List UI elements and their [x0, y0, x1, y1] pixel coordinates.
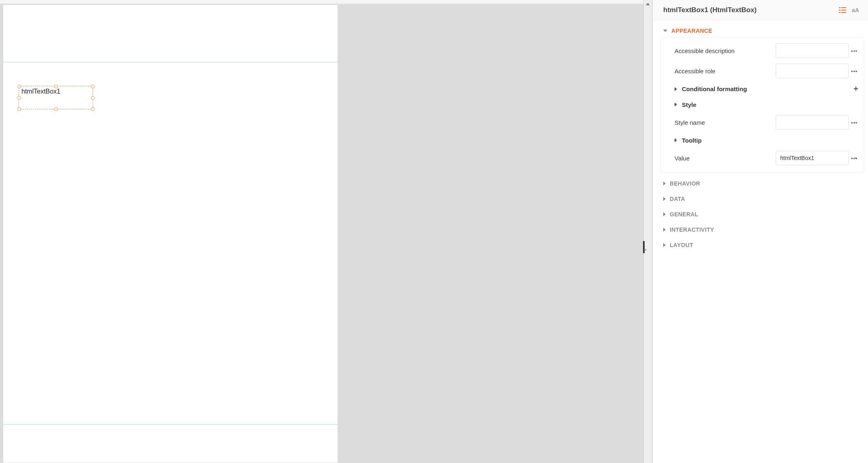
- prop-accessible-description-input[interactable]: [780, 47, 851, 54]
- chevron-down-icon: [663, 30, 667, 32]
- prop-value-label: Value: [675, 155, 776, 162]
- add-icon[interactable]: +: [853, 84, 858, 94]
- chevron-right-icon: [663, 212, 666, 216]
- design-canvas[interactable]: htmlTextBox1: [0, 0, 643, 463]
- chevron-right-icon: [663, 243, 666, 247]
- prop-accessible-role-label: Accessible role: [675, 68, 776, 75]
- resize-handle-e[interactable]: [91, 96, 95, 100]
- section-interactivity-header[interactable]: INTERACTIVITY: [661, 222, 864, 237]
- splitter-collapse-handle[interactable]: [643, 241, 645, 253]
- prop-style-name-input[interactable]: [780, 119, 851, 126]
- section-general-title: GENERAL: [670, 211, 698, 218]
- prop-accessible-role-input-wrap: •••: [776, 64, 849, 78]
- section-interactivity-title: INTERACTIVITY: [670, 226, 714, 233]
- alphabetical-view-icon[interactable]: aA: [850, 5, 861, 15]
- properties-panel: htmlTextBox1 (HtmlTextBox) aA: [652, 0, 868, 463]
- section-general-header[interactable]: GENERAL: [661, 207, 864, 222]
- chevron-right-icon: [663, 228, 666, 232]
- prop-value: Value ••• ▪: [661, 148, 864, 168]
- prop-value-input[interactable]: [780, 155, 851, 161]
- prop-accessible-description-input-wrap: •••: [776, 43, 849, 58]
- properties-body: APPEARANCE Accessible description ••• ▫ …: [653, 20, 868, 463]
- reset-indicator-icon[interactable]: ▫: [852, 48, 860, 53]
- section-data-title: DATA: [670, 196, 685, 202]
- prop-tooltip[interactable]: Tooltip: [661, 132, 864, 148]
- prop-style-name-label: Style name: [675, 119, 776, 126]
- properties-panel-header: htmlTextBox1 (HtmlTextBox) aA: [653, 0, 868, 20]
- reset-indicator-icon[interactable]: ▫: [852, 68, 860, 74]
- prop-conditional-formatting-label: Conditional formatting: [682, 85, 853, 92]
- panel-splitter[interactable]: ▸: [643, 0, 652, 463]
- prop-accessible-role-input[interactable]: [780, 68, 851, 74]
- section-appearance: APPEARANCE Accessible description ••• ▫ …: [661, 23, 864, 172]
- resize-handle-sw[interactable]: [17, 107, 21, 111]
- svg-rect-5: [839, 12, 840, 13]
- svg-rect-3: [839, 10, 840, 11]
- resize-handle-s[interactable]: [54, 107, 58, 111]
- selected-object-title: htmlTextBox1 (HtmlTextBox): [663, 6, 835, 14]
- section-layout: LAYOUT: [661, 238, 864, 252]
- prop-style-name-input-wrap: •••: [776, 115, 849, 130]
- report-page[interactable]: htmlTextBox1: [3, 5, 337, 463]
- section-interactivity: INTERACTIVITY: [661, 222, 864, 237]
- prop-accessible-description-label: Accessible description: [675, 47, 776, 54]
- section-appearance-content: Accessible description ••• ▫ Accessible …: [661, 38, 864, 172]
- svg-rect-2: [841, 7, 846, 8]
- section-layout-header[interactable]: LAYOUT: [661, 238, 864, 252]
- section-behavior: BEHAVIOR: [661, 176, 864, 191]
- chevron-right-icon: [675, 87, 677, 91]
- resize-handle-ne[interactable]: [91, 85, 95, 88]
- resize-handle-se[interactable]: [91, 107, 95, 111]
- selected-htmltextbox[interactable]: htmlTextBox1: [19, 86, 93, 109]
- prop-conditional-formatting[interactable]: Conditional formatting +: [661, 81, 864, 97]
- page-header-band[interactable]: [3, 5, 337, 62]
- section-appearance-header[interactable]: APPEARANCE: [661, 23, 864, 38]
- resize-handle-nw[interactable]: [17, 85, 21, 88]
- categorized-view-icon[interactable]: [837, 5, 848, 15]
- svg-rect-1: [839, 7, 840, 8]
- section-data: DATA: [661, 192, 864, 206]
- section-layout-title: LAYOUT: [670, 242, 693, 248]
- reset-indicator-icon[interactable]: ▫: [852, 119, 860, 125]
- prop-style[interactable]: Style: [661, 97, 864, 112]
- section-behavior-title: BEHAVIOR: [670, 180, 700, 187]
- svg-marker-0: [646, 3, 650, 5]
- prop-accessible-description: Accessible description ••• ▫: [661, 41, 864, 61]
- ruler-strip: [0, 0, 643, 4]
- svg-rect-4: [841, 10, 846, 11]
- section-appearance-title: APPEARANCE: [671, 28, 712, 34]
- prop-style-label: Style: [682, 101, 860, 108]
- detail-band[interactable]: htmlTextBox1: [3, 62, 337, 425]
- chevron-right-icon: [675, 138, 677, 142]
- section-behavior-header[interactable]: BEHAVIOR: [661, 176, 864, 191]
- reset-indicator-icon[interactable]: ▪: [852, 155, 860, 161]
- app-root: htmlTextBox1 ▸ htmlTextBox1 (HtmlT: [0, 0, 868, 463]
- section-data-header[interactable]: DATA: [661, 192, 864, 206]
- prop-accessible-role: Accessible role ••• ▫: [661, 61, 864, 81]
- htmltextbox-label: htmlTextBox1: [21, 88, 60, 95]
- splitter-grip-icon: ▸: [645, 247, 647, 252]
- chevron-right-icon: [663, 197, 666, 201]
- resize-handle-n[interactable]: [54, 85, 58, 88]
- section-general: GENERAL: [661, 207, 864, 222]
- resize-handle-w[interactable]: [17, 96, 21, 100]
- prop-style-name: Style name ••• ▫: [661, 112, 864, 132]
- scroll-up-arrow[interactable]: [644, 0, 652, 8]
- prop-tooltip-label: Tooltip: [682, 137, 860, 144]
- chevron-right-icon: [675, 102, 677, 107]
- chevron-right-icon: [663, 181, 666, 186]
- svg-rect-6: [841, 12, 846, 13]
- prop-value-input-wrap: •••: [776, 151, 849, 165]
